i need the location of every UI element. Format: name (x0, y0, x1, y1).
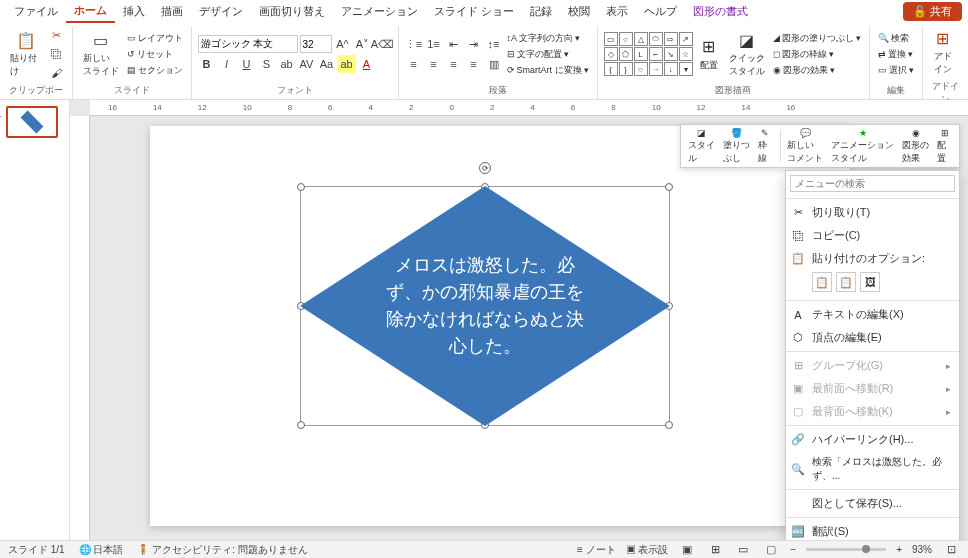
ctx-save-picture[interactable]: 図として保存(S)... (786, 492, 959, 515)
font-size-select[interactable] (300, 35, 332, 53)
ctx-edit-text[interactable]: Aテキストの編集(X) (786, 303, 959, 326)
mini-anim-button[interactable]: ★アニメーション スタイル (828, 126, 897, 167)
shadow-button[interactable]: ab (278, 55, 296, 73)
numbering-button[interactable]: 1≡ (425, 35, 443, 53)
slide-canvas[interactable]: ⟳ メロスは激怒した。必ず、かの邪知暴虐の王を除かなければならぬと決心した。 (150, 126, 850, 526)
menu-search-input[interactable] (790, 175, 955, 192)
paste-opt-2[interactable]: 📋 (836, 272, 856, 292)
tab-shape-format[interactable]: 図形の書式 (685, 1, 756, 22)
view-sorter-icon[interactable]: ⊞ (706, 541, 724, 559)
shape-fill-button[interactable]: ◢ 図形の塗りつぶし ▾ (771, 31, 863, 46)
notes-button[interactable]: ≡ ノート (577, 543, 616, 557)
shapes-gallery[interactable]: ▭○△⬭⇨↗ ◇⬠L⌐↘☆ {}○→↓▾ (604, 32, 693, 76)
rotation-handle[interactable]: ⟳ (479, 162, 491, 174)
tab-animations[interactable]: アニメーション (333, 1, 426, 22)
underline-button[interactable]: U (238, 55, 256, 73)
columns-button[interactable]: ▥ (485, 55, 503, 73)
cut-icon[interactable]: ✂ (48, 26, 66, 44)
justify-button[interactable]: ≡ (465, 55, 483, 73)
fit-window-icon[interactable]: ⊡ (942, 541, 960, 559)
mini-style-button[interactable]: ◪スタイ ル (685, 126, 718, 167)
quick-style-button[interactable]: ◪クイック スタイル (725, 28, 769, 80)
tab-record[interactable]: 記録 (522, 1, 560, 22)
tab-draw[interactable]: 描画 (153, 1, 191, 22)
paste-button[interactable]: 📋貼り付け (6, 28, 46, 80)
addin-button[interactable]: ⊞アド イン (929, 26, 957, 78)
language-indicator[interactable]: 🌐 日本語 (79, 543, 124, 557)
view-reading-icon[interactable]: ▭ (734, 541, 752, 559)
bold-button[interactable]: B (198, 55, 216, 73)
zoom-out-button[interactable]: − (790, 544, 796, 555)
ctx-edit-points[interactable]: ⬡頂点の編集(E) (786, 326, 959, 349)
slide-counter[interactable]: スライド 1/1 (8, 543, 65, 557)
section-button[interactable]: ▤ セクション (125, 63, 185, 78)
zoom-level[interactable]: 93% (912, 544, 932, 555)
accessibility-status[interactable]: 🧍 アクセシビリティ: 問題ありません (137, 543, 307, 557)
slide-thumbnail-1[interactable]: 1 (6, 106, 58, 138)
zoom-slider[interactable] (806, 548, 886, 551)
arrange-button[interactable]: ⊞配置 (695, 35, 723, 74)
indent-inc-button[interactable]: ⇥ (465, 35, 483, 53)
mini-comment-button[interactable]: 💬新しい コメント (784, 126, 826, 167)
new-slide-button[interactable]: ▭新しい スライド (79, 28, 123, 80)
find-button[interactable]: 🔍 検索 (876, 31, 916, 46)
zoom-in-button[interactable]: + (896, 544, 902, 555)
display-settings[interactable]: ▣ 表示設 (626, 543, 669, 557)
mini-outline-button[interactable]: ✎枠線 (755, 126, 776, 167)
tab-insert[interactable]: 挿入 (115, 1, 153, 22)
format-painter-icon[interactable]: 🖌 (48, 64, 66, 82)
strike-button[interactable]: S (258, 55, 276, 73)
ribbon-clipboard: 📋貼り付け ✂ ⿻ 🖌 クリップボード (0, 26, 73, 99)
reset-button[interactable]: ↺ リセット (125, 47, 185, 62)
text-align-button[interactable]: ⊟ 文字の配置 ▾ (505, 47, 591, 62)
tab-slideshow[interactable]: スライド ショー (426, 1, 522, 22)
spacing-button[interactable]: AV (298, 55, 316, 73)
tab-file[interactable]: ファイル (6, 1, 66, 22)
smartart-button[interactable]: ⟳ SmartArt に変換 ▾ (505, 63, 591, 78)
ctx-cut[interactable]: ✂切り取り(T) (786, 201, 959, 224)
view-normal-icon[interactable]: ▣ (678, 541, 696, 559)
ctx-hyperlink[interactable]: 🔗ハイパーリンク(H)... (786, 428, 959, 451)
tab-home[interactable]: ホーム (66, 0, 115, 23)
bullets-button[interactable]: ⋮≡ (405, 35, 423, 53)
text-direction-button[interactable]: ↕A 文字列の方向 ▾ (505, 31, 591, 46)
replace-button[interactable]: ⇄ 置換 ▾ (876, 47, 916, 62)
mini-fill-button[interactable]: 🪣塗りつ ぶし (720, 126, 753, 167)
ctx-search[interactable]: 🔍検索「メロスは激怒した。必ず、... (786, 451, 959, 487)
diamond-shape[interactable]: メロスは激怒した。必ず、かの邪知暴虐の王を除かなければならぬと決心した。 (300, 186, 670, 426)
select-button[interactable]: ▭ 選択 ▾ (876, 63, 916, 78)
layout-button[interactable]: ▭ レイアウト (125, 31, 185, 46)
align-center-button[interactable]: ≡ (425, 55, 443, 73)
tab-transitions[interactable]: 画面切り替え (251, 1, 333, 22)
font-color-button[interactable]: A (358, 55, 376, 73)
indent-dec-button[interactable]: ⇤ (445, 35, 463, 53)
clear-format-icon[interactable]: A⌫ (374, 35, 392, 53)
shape-text[interactable]: メロスは激怒した。必ず、かの邪知暴虐の王を除かなければならぬと決心した。 (380, 252, 590, 360)
shape-effects-button[interactable]: ◉ 図形の効果 ▾ (771, 63, 863, 78)
line-spacing-button[interactable]: ↕≡ (485, 35, 503, 53)
align-right-button[interactable]: ≡ (445, 55, 463, 73)
highlight-button[interactable]: ab (338, 55, 356, 73)
tab-review[interactable]: 校閲 (560, 1, 598, 22)
zoom-thumb[interactable] (862, 545, 870, 553)
share-button[interactable]: 🔓 共有 (903, 2, 962, 21)
ctx-translate[interactable]: 🔤翻訳(S) (786, 520, 959, 540)
paste-opt-3[interactable]: 🖼 (860, 272, 880, 292)
view-slideshow-icon[interactable]: ▢ (762, 541, 780, 559)
shape-outline-button[interactable]: ◻ 図形の枠線 ▾ (771, 47, 863, 62)
grow-font-icon[interactable]: A^ (334, 35, 352, 53)
mini-arrange-button[interactable]: ⊞配置 (934, 126, 955, 167)
font-name-select[interactable] (198, 35, 298, 53)
shrink-font-icon[interactable]: A˅ (354, 35, 372, 53)
mini-effects-button[interactable]: ◉図形の 効果 (899, 126, 932, 167)
case-button[interactable]: Aa (318, 55, 336, 73)
paste-opt-1[interactable]: 📋 (812, 272, 832, 292)
tab-view[interactable]: 表示 (598, 1, 636, 22)
align-left-button[interactable]: ≡ (405, 55, 423, 73)
tab-design[interactable]: デザイン (191, 1, 251, 22)
italic-button[interactable]: I (218, 55, 236, 73)
tab-help[interactable]: ヘルプ (636, 1, 685, 22)
ctx-copy[interactable]: ⿻コピー(C) (786, 224, 959, 247)
selected-shape[interactable]: ⟳ メロスは激怒した。必ず、かの邪知暴虐の王を除かなければならぬと決心した。 (300, 186, 670, 426)
copy-icon[interactable]: ⿻ (48, 45, 66, 63)
